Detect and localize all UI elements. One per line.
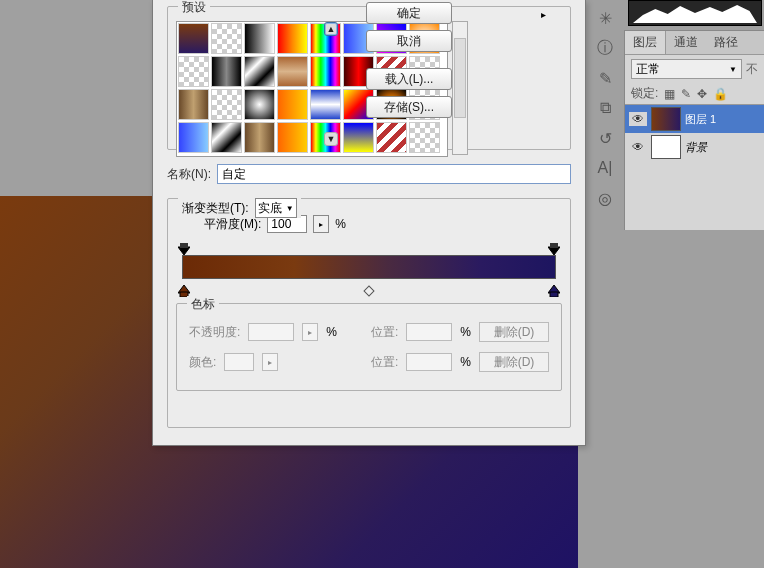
clone-icon[interactable]: ⧉ [593, 96, 617, 120]
preset-swatch[interactable] [244, 122, 275, 153]
stops-fieldset: 色标 不透明度: ▸ % 位置: % 删除(D) 颜色: ▸ [176, 303, 562, 391]
layer-list: 👁 图层 1 👁 背景 [625, 104, 764, 161]
right-tool-stack: ✳ ⓘ ✎ ⧉ ↺ A| ◎ [590, 0, 620, 216]
blend-mode-value: 正常 [636, 61, 660, 78]
lock-pixels-icon[interactable]: ✎ [681, 87, 691, 101]
preset-swatch[interactable] [409, 122, 440, 153]
brush-icon[interactable]: ✎ [593, 66, 617, 90]
presets-label: 预设 [178, 0, 210, 16]
preset-swatch[interactable] [277, 122, 308, 153]
preset-swatch[interactable] [178, 122, 209, 153]
opacity-truncated-label: 不 [746, 61, 758, 78]
percent-label: % [326, 325, 337, 339]
percent-label: % [460, 355, 471, 369]
svg-rect-3 [550, 243, 558, 248]
percent-label: % [335, 217, 346, 231]
chevron-down-icon: ▼ [286, 204, 294, 213]
tab-paths[interactable]: 路径 [706, 31, 746, 54]
preset-swatch[interactable] [244, 89, 275, 120]
midpoint-diamond[interactable] [363, 285, 374, 296]
preset-swatch[interactable] [211, 122, 242, 153]
color-stop-right[interactable] [548, 285, 560, 297]
layers-panel: 图层 通道 路径 正常 ▼ 不 锁定: ▦ ✎ ✥ 🔒 👁 图层 1 👁 背景 [624, 30, 764, 230]
gradient-preview-bar[interactable] [182, 255, 556, 279]
preset-swatch[interactable] [244, 23, 275, 54]
svg-marker-2 [548, 247, 560, 255]
layer-thumbnail[interactable] [651, 107, 681, 131]
preset-swatch[interactable] [343, 122, 374, 153]
presets-scrollbar[interactable]: ▲ ▼ [452, 21, 468, 155]
lock-row: 锁定: ▦ ✎ ✥ 🔒 [625, 83, 764, 104]
load-button[interactable]: 载入(L)... [366, 68, 452, 90]
lock-all-icon[interactable]: 🔒 [713, 87, 728, 101]
stops-label: 色标 [187, 296, 219, 313]
info-icon[interactable]: ⓘ [593, 36, 617, 60]
tab-layers[interactable]: 图层 [625, 31, 666, 54]
preset-swatch[interactable] [211, 89, 242, 120]
histogram-bars [633, 3, 757, 23]
svg-rect-1 [180, 243, 188, 248]
preset-swatch[interactable] [277, 56, 308, 87]
smoothness-label: 平滑度(M): [204, 216, 261, 233]
lock-label: 锁定: [631, 85, 658, 102]
layer-name[interactable]: 图层 1 [685, 112, 760, 127]
opacity-stop-left[interactable] [178, 243, 190, 255]
gradient-settings-fieldset: 渐变类型(T): 实底 ▼ 平滑度(M): ▸ % [167, 198, 571, 428]
text-icon[interactable]: A| [593, 156, 617, 180]
preset-swatch[interactable] [277, 23, 308, 54]
preset-swatch[interactable] [211, 23, 242, 54]
gradient-type-value: 实底 [258, 200, 282, 217]
smoothness-spinner[interactable]: ▸ [313, 215, 329, 233]
position-label: 位置: [371, 354, 398, 371]
name-row: 名称(N): [167, 164, 571, 184]
lock-position-icon[interactable]: ✥ [697, 87, 707, 101]
layer-thumbnail[interactable] [651, 135, 681, 159]
tab-channels[interactable]: 通道 [666, 31, 706, 54]
gradient-editor-dialog: 预设 ▸ [152, 0, 586, 446]
scroll-down-button[interactable]: ▼ [324, 132, 338, 146]
percent-label: % [460, 325, 471, 339]
preset-swatch[interactable] [178, 56, 209, 87]
position-label: 位置: [371, 324, 398, 341]
ok-button[interactable]: 确定 [366, 2, 452, 24]
preset-swatch[interactable] [178, 23, 209, 54]
scroll-up-button[interactable]: ▲ [324, 22, 338, 36]
opacity-stop-right[interactable] [548, 243, 560, 255]
lock-transparency-icon[interactable]: ▦ [664, 87, 675, 101]
gradient-type-select[interactable]: 实底 ▼ [255, 198, 297, 218]
preset-swatch[interactable] [178, 89, 209, 120]
preset-swatch[interactable] [310, 89, 341, 120]
camera-icon[interactable]: ◎ [593, 186, 617, 210]
preset-swatch[interactable] [310, 56, 341, 87]
histogram-preview [628, 0, 762, 26]
opacity-position-input [406, 323, 452, 341]
layer-item[interactable]: 👁 图层 1 [625, 105, 764, 133]
visibility-eye-icon[interactable]: 👁 [629, 112, 647, 126]
delete-opacity-stop-button: 删除(D) [479, 322, 549, 342]
panel-tabs: 图层 通道 路径 [625, 31, 764, 55]
gradient-editor-strip[interactable] [176, 243, 562, 297]
preset-swatch[interactable] [244, 56, 275, 87]
preset-swatch[interactable] [376, 122, 407, 153]
opacity-label: 不透明度: [189, 324, 240, 341]
cancel-button[interactable]: 取消 [366, 30, 452, 52]
history-icon[interactable]: ↺ [593, 126, 617, 150]
save-button[interactable]: 存储(S)... [366, 96, 452, 118]
color-chip [224, 353, 254, 371]
layer-item[interactable]: 👁 背景 [625, 133, 764, 161]
chevron-down-icon: ▼ [729, 65, 737, 74]
preset-swatch[interactable] [277, 89, 308, 120]
opacity-spinner: ▸ [302, 323, 318, 341]
name-input[interactable] [217, 164, 571, 184]
preset-swatch[interactable] [211, 56, 242, 87]
visibility-eye-icon[interactable]: 👁 [629, 140, 647, 154]
presets-menu-arrow[interactable]: ▸ [541, 9, 546, 20]
compass-icon[interactable]: ✳ [593, 6, 617, 30]
delete-color-stop-button: 删除(D) [479, 352, 549, 372]
layer-name[interactable]: 背景 [685, 140, 760, 155]
opacity-input [248, 323, 294, 341]
color-picker-arrow: ▸ [262, 353, 278, 371]
scroll-thumb[interactable] [454, 38, 466, 118]
color-label: 颜色: [189, 354, 216, 371]
blend-mode-select[interactable]: 正常 ▼ [631, 59, 742, 79]
